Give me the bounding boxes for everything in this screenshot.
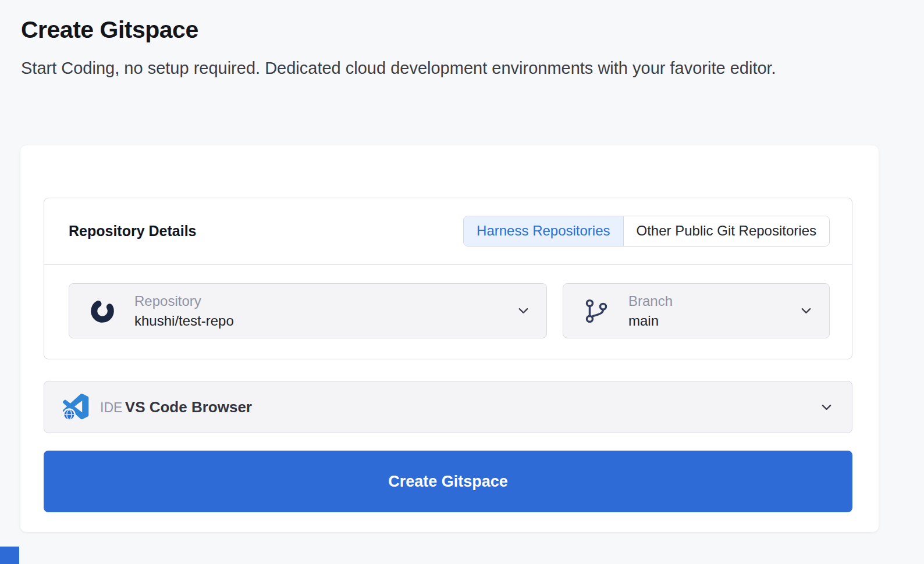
ide-field-label: IDE [100, 400, 122, 415]
ide-field-value: VS Code Browser [125, 398, 252, 416]
branch-select[interactable]: Branch main [563, 283, 830, 338]
repository-field-value: khushi/test-repo [134, 313, 234, 329]
branch-field-text: Branch main [628, 293, 673, 329]
chevron-down-icon [516, 303, 531, 319]
tab-harness-repositories[interactable]: Harness Repositories [464, 216, 623, 245]
repository-details-header: Repository Details Harness Repositories … [44, 198, 852, 265]
page-header: Create Gitspace Start Coding, no setup r… [0, 0, 924, 80]
repository-select[interactable]: Repository khushi/test-repo [69, 283, 547, 338]
git-branch-icon [583, 298, 610, 324]
branch-field-label: Branch [628, 293, 673, 309]
ide-field-text: IDE VS Code Browser [100, 398, 252, 416]
bottom-left-blue-fragment [0, 547, 19, 564]
chevron-down-icon [798, 303, 814, 319]
repository-icon [89, 298, 116, 324]
ide-select[interactable]: IDE VS Code Browser [44, 381, 852, 433]
repository-details-section: Repository Details Harness Repositories … [44, 198, 852, 359]
repository-branch-row: Repository khushi/test-repo [44, 265, 852, 338]
page-title: Create Gitspace [21, 16, 903, 44]
branch-field-value: main [628, 313, 673, 329]
repository-source-tabs: Harness Repositories Other Public Git Re… [463, 216, 830, 246]
page-subtitle: Start Coding, no setup required. Dedicat… [21, 56, 870, 80]
repository-field-label: Repository [134, 293, 234, 309]
create-gitspace-button[interactable]: Create Gitspace [44, 451, 852, 512]
repository-field-text: Repository khushi/test-repo [134, 293, 234, 329]
vscode-browser-icon [61, 392, 92, 422]
chevron-down-icon [819, 399, 834, 415]
repository-details-heading: Repository Details [69, 223, 197, 240]
tab-other-public-git-repositories[interactable]: Other Public Git Repositories [623, 216, 829, 245]
create-gitspace-card: Repository Details Harness Repositories … [20, 145, 879, 532]
